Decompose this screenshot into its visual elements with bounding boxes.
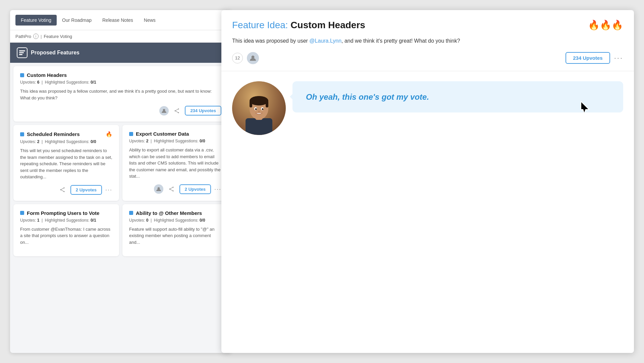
feature-desc-custom-headers: This idea was proposed by a fellow custo…: [20, 88, 221, 101]
nav-tabs: Feature Voting Our Roadmap Release Notes…: [10, 10, 231, 30]
share-button-custom-headers[interactable]: [172, 106, 181, 116]
breadcrumb-section: Feature Voting: [44, 34, 72, 39]
svg-line-13: [61, 190, 64, 191]
avatar-testimonial: [232, 81, 286, 135]
person-illustration: [239, 91, 279, 135]
flame-icon: 🔥: [106, 131, 112, 137]
detail-title-blue: Feature Idea:: [232, 20, 288, 30]
svg-line-8: [175, 111, 178, 112]
svg-rect-0: [19, 50, 25, 51]
testimonial-area: Oh yeah, this one's got my vote.: [221, 71, 634, 145]
blue-square-icon: [20, 73, 24, 77]
detail-title-black: Custom Headers: [290, 20, 365, 30]
upvote-button-custom-headers[interactable]: 234 Upvotes: [185, 106, 221, 116]
avatar-export: [154, 184, 163, 194]
section-title: Proposed Features: [31, 50, 79, 56]
feature-title-at-members: Ability to @ Other Members: [129, 210, 221, 216]
avatar-custom-headers: [159, 106, 169, 116]
feature-card-custom-headers: Custom Headers Upvotes: 6 | Highlighted …: [13, 66, 228, 122]
main-panel: Feature Voting Our Roadmap Release Notes…: [10, 10, 231, 353]
highlighted-label: Highlighted Suggestions:: [45, 80, 91, 85]
share-button-scheduled[interactable]: [58, 185, 67, 194]
tab-news[interactable]: News: [139, 15, 161, 26]
feature-meta-form-prompting: Upvotes: 1 | Highlighted Suggestions: 0/…: [20, 218, 112, 223]
blue-square-icon: [20, 132, 24, 136]
tab-our-roadmap[interactable]: Our Roadmap: [57, 15, 97, 26]
mention-link[interactable]: @Laura.Lynn: [309, 38, 341, 44]
detail-header: Feature Idea: Custom Headers 🔥🔥🔥 This id…: [221, 10, 634, 71]
detail-title-text: Feature Idea: Custom Headers: [232, 20, 365, 31]
svg-line-12: [61, 188, 64, 190]
avatar-detail: [247, 52, 259, 64]
two-col-cards-bottom: Form Prompting Users to Vote Upvotes: 1 …: [13, 204, 228, 257]
testimonial-text: Oh yeah, this one's got my vote.: [306, 91, 429, 103]
section-header-icon: [17, 47, 28, 58]
feature-actions-export: 2 Upvotes ···: [129, 184, 221, 194]
avatar-inner: [232, 81, 286, 135]
blue-square-icon: [20, 211, 24, 215]
svg-rect-26: [266, 101, 268, 107]
feature-meta-custom-headers: Upvotes: 6 | Highlighted Suggestions: 0/…: [20, 80, 221, 85]
upvote-label: Upvotes: [199, 108, 216, 113]
svg-line-18: [170, 187, 173, 189]
feature-title-scheduled-reminders: Scheduled Reminders 🔥: [20, 131, 112, 137]
upvote-button-scheduled[interactable]: 2 Upvotes: [70, 185, 102, 195]
svg-rect-2: [19, 54, 22, 55]
feature-desc-export: Ability to export all customer data via …: [129, 147, 221, 180]
detail-upvote-button[interactable]: 234 Upvotes: [566, 52, 610, 64]
cursor-indicator: [580, 101, 590, 116]
feature-title-custom-headers: Custom Headers: [20, 72, 221, 78]
cursor-arrow: [580, 101, 590, 114]
feature-card-at-members: Ability to @ Other Members Upvotes: 0 | …: [122, 204, 228, 257]
feature-card-export-customer-data: Export Customer Data Upvotes: 2 | Highli…: [122, 125, 228, 201]
content-area[interactable]: Custom Headers Upvotes: 6 | Highlighted …: [10, 63, 231, 353]
detail-title: Feature Idea: Custom Headers 🔥🔥🔥: [232, 19, 623, 31]
detail-description: This idea was proposed by user @Laura.Ly…: [232, 37, 623, 45]
more-button-scheduled[interactable]: ···: [105, 186, 112, 193]
more-button-export[interactable]: ···: [214, 186, 221, 193]
fire-icons: 🔥🔥🔥: [588, 19, 623, 31]
speech-bubble: Oh yeah, this one's got my vote.: [292, 81, 623, 113]
feature-meta-at-members: Upvotes: 0 | Highlighted Suggestions: 0/…: [129, 218, 221, 223]
feature-card-scheduled-reminders: Scheduled Reminders 🔥 Upvotes: 2 | Highl…: [13, 125, 119, 201]
feature-title-export: Export Customer Data: [129, 131, 221, 137]
breadcrumb-separator: |: [41, 34, 42, 39]
two-col-cards: Scheduled Reminders 🔥 Upvotes: 2 | Highl…: [13, 125, 228, 201]
share-button-export[interactable]: [167, 184, 176, 194]
feature-meta-scheduled-reminders: Upvotes: 2 | Highlighted Suggestions: 0/…: [20, 139, 112, 144]
comment-count-badge: 12: [232, 53, 243, 63]
feature-actions-scheduled: 2 Upvotes ···: [20, 185, 112, 195]
info-icon: i: [33, 34, 39, 39]
svg-line-19: [170, 189, 173, 191]
svg-point-24: [250, 96, 268, 105]
feature-meta-export: Upvotes: 2 | Highlighted Suggestions: 0/…: [129, 139, 221, 143]
svg-rect-21: [246, 118, 272, 135]
highlighted-value: 0/1: [91, 80, 96, 85]
detail-footer: 12 234 Upvotes ···: [232, 52, 623, 64]
feature-card-form-prompting: Form Prompting Users to Vote Upvotes: 1 …: [13, 204, 119, 257]
blue-square-icon: [129, 211, 133, 215]
feature-desc-form-prompting: From customer @EvanThomas: I came across…: [20, 226, 112, 246]
feature-desc-scheduled-reminders: This will let you send scheduled reminde…: [20, 147, 112, 180]
svg-rect-25: [250, 101, 252, 107]
upvotes-label: Upvotes:: [20, 80, 37, 85]
feature-desc-at-members: Feature will support auto-fill ability t…: [129, 226, 221, 246]
detail-more-button[interactable]: ···: [614, 54, 623, 62]
upvote-button-export[interactable]: 2 Upvotes: [179, 184, 211, 194]
feature-actions-custom-headers: 234 Upvotes: [20, 106, 221, 116]
svg-point-30: [262, 108, 264, 110]
tab-feature-voting[interactable]: Feature Voting: [15, 15, 57, 26]
section-header: Proposed Features: [10, 43, 231, 63]
svg-point-29: [255, 108, 257, 110]
blue-square-icon: [129, 132, 133, 136]
tab-release-notes[interactable]: Release Notes: [97, 15, 139, 26]
breadcrumb: PathPro i | Feature Voting: [10, 30, 231, 43]
svg-line-7: [175, 109, 178, 111]
svg-point-31: [258, 111, 260, 112]
breadcrumb-product: PathPro: [15, 34, 31, 39]
upvotes-value: 6: [37, 80, 40, 85]
svg-rect-1: [19, 52, 24, 53]
detail-panel: Feature Idea: Custom Headers 🔥🔥🔥 This id…: [221, 10, 634, 353]
feature-title-form-prompting: Form Prompting Users to Vote: [20, 210, 112, 216]
